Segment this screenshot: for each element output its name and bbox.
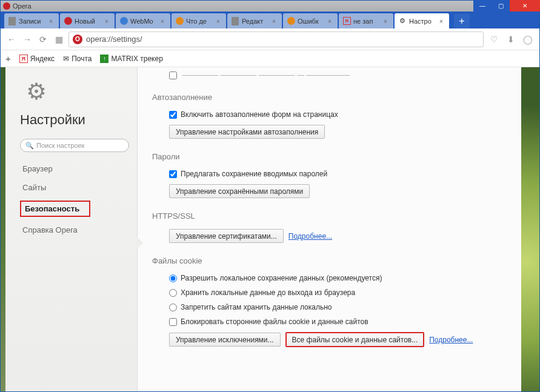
section-title: HTTPS/SSL [152, 211, 509, 221]
yandex-icon: Я [342, 17, 351, 25]
tab-item[interactable]: Ошибк× [283, 13, 338, 28]
tab-label: Что де [186, 18, 215, 25]
new-tab-button[interactable]: + [454, 14, 470, 28]
sidebar-title: Настройки [20, 112, 131, 128]
bookmark-yandex[interactable]: ЯЯндекс [19, 55, 55, 63]
opera-brand-icon: O [73, 35, 82, 44]
mail-icon: ✉ [63, 55, 69, 63]
cutoff-checkbox[interactable] [169, 71, 177, 79]
opera-logo-icon [3, 2, 10, 10]
sun-icon [287, 17, 295, 25]
tab-label: WebMo [130, 18, 159, 25]
autofill-manage-button[interactable]: Управление настройками автозаполнения [169, 125, 325, 139]
sun-icon [175, 17, 184, 25]
bookmark-matrix[interactable]: ↑MATRIX трекер [100, 55, 162, 63]
sidebar-item-sites[interactable]: Сайты [20, 182, 131, 193]
titlebar[interactable]: Opera — ▢ ✕ [1, 1, 539, 12]
sidebar-item-browser[interactable]: Браузер [20, 163, 131, 174]
sidebar-item-security[interactable]: Безопасность [20, 201, 90, 217]
tab-item[interactable]: Что де× [172, 13, 226, 28]
settings-sidebar: ⚙ Настройки 🔍 Поиск настроек Браузер Сай… [5, 67, 138, 391]
radio-label: Хранить локальные данные до выхода из бр… [181, 288, 355, 297]
radio-label: Запретить сайтам хранить данные локально [181, 303, 332, 311]
left-frame-edge [1, 67, 5, 391]
settings-main[interactable]: ————— ————— ————— — —————— Автозаполнени… [138, 67, 521, 391]
cutoff-label: ————— ————— ————— — —————— [182, 71, 350, 79]
cookies-more-link[interactable]: Подробнее... [429, 336, 473, 344]
radio-label: Разрешить локальное сохранение данных (р… [181, 274, 382, 282]
close-icon[interactable]: × [49, 18, 55, 24]
tab-label: Записи [19, 18, 47, 25]
cookies-exceptions-button[interactable]: Управление исключениями... [169, 333, 281, 347]
cookies-session-radio[interactable]: Хранить локальные данные до выхода из бр… [169, 288, 509, 297]
gear-icon: ⚙ [26, 78, 131, 105]
close-icon[interactable]: × [328, 18, 334, 24]
section-title: Пароли [152, 152, 509, 161]
checkbox-label: Блокировать сторонние файлы cookie и дан… [181, 317, 368, 326]
tab-item[interactable]: Новый× [60, 13, 115, 28]
autofill-enable-checkbox[interactable]: Включить автозаполнение форм на страница… [169, 110, 509, 119]
tab-item[interactable]: Яне зап× [339, 13, 393, 28]
cookies-block-radio[interactable]: Запретить сайтам хранить данные локально [169, 303, 509, 311]
tab-label: Ошибк [298, 18, 326, 25]
bookmark-mail[interactable]: ✉Почта [63, 55, 92, 63]
close-icon[interactable]: × [384, 18, 390, 24]
section-autofill: Автозаполнение Включить автозаполнение ф… [152, 93, 509, 139]
sidebar-item-help[interactable]: Справка Opera [20, 224, 131, 236]
bookmark-label: Почта [72, 55, 92, 63]
section-title: Автозаполнение [152, 93, 509, 102]
close-icon[interactable]: × [272, 18, 278, 24]
tab-strip: Записи× Новый× WebMo× Что де× Редакт× Ош… [1, 12, 539, 28]
yandex-icon: Я [19, 55, 28, 63]
reload-button[interactable]: ⟳ [37, 33, 49, 45]
url-box[interactable]: O opera://settings/ [68, 32, 484, 47]
tab-label: не зап [353, 18, 382, 25]
close-icon[interactable]: × [439, 18, 445, 24]
tab-item[interactable]: WebMo× [116, 13, 170, 28]
speed-dial-button[interactable]: ▦ [53, 33, 65, 45]
window-title: Opera [13, 2, 32, 10]
page-icon [231, 17, 239, 25]
cutoff-row: ————— ————— ————— — —————— [152, 71, 509, 79]
passwords-manage-button[interactable]: Управление сохранёнными паролями [169, 184, 310, 198]
opera-icon [64, 17, 72, 25]
passwords-offer-checkbox[interactable]: Предлагать сохранение вводимых паролей [169, 170, 509, 178]
maximize-button[interactable]: ▢ [492, 0, 510, 12]
tab-label: Редакт [242, 18, 270, 25]
back-button[interactable]: ← [5, 33, 18, 45]
downloads-icon[interactable]: ⬇ [504, 33, 518, 46]
sidebar-notch [137, 237, 143, 249]
bookmark-label: MATRIX трекер [111, 55, 162, 63]
bookmark-label: Яндекс [30, 55, 55, 63]
globe-icon [119, 17, 128, 25]
gear-icon: ⚙ [398, 17, 407, 25]
tab-item-active[interactable]: ⚙Настро× [395, 13, 449, 28]
cookies-block3rd-checkbox[interactable]: Блокировать сторонние файлы cookie и дан… [169, 317, 509, 326]
cookies-allow-radio[interactable]: Разрешить локальное сохранение данных (р… [169, 274, 509, 282]
tab-item[interactable]: Записи× [4, 13, 59, 28]
close-button[interactable]: ✕ [510, 0, 540, 12]
section-https: HTTPS/SSL Управление сертификатами... По… [152, 211, 509, 243]
tab-item[interactable]: Редакт× [227, 13, 282, 28]
address-bar: ← → ⟳ ▦ O opera://settings/ ♡ ⬇ ◯ [1, 28, 539, 50]
section-passwords: Пароли Предлагать сохранение вводимых па… [152, 152, 509, 198]
add-bookmark-button[interactable]: + [5, 53, 11, 64]
minimize-button[interactable]: — [473, 0, 492, 12]
https-more-link[interactable]: Подробнее... [288, 232, 332, 241]
account-icon[interactable]: ◯ [521, 33, 535, 46]
settings-search-input[interactable]: 🔍 Поиск настроек [20, 139, 129, 152]
close-icon[interactable]: × [105, 18, 111, 24]
section-cookies: Файлы cookie Разрешить локальное сохране… [152, 256, 509, 347]
search-icon: 🔍 [25, 142, 34, 150]
bookmarks-bar: + ЯЯндекс ✉Почта ↑MATRIX трекер [1, 50, 539, 67]
forward-button[interactable]: → [21, 33, 33, 45]
checkbox-label: Предлагать сохранение вводимых паролей [181, 170, 327, 178]
close-icon[interactable]: × [216, 18, 222, 24]
tab-label: Новый [75, 18, 103, 25]
tab-label: Настро [409, 18, 438, 25]
close-icon[interactable]: × [161, 18, 167, 24]
right-frame-edge [521, 67, 539, 391]
cert-manage-button[interactable]: Управление сертификатами... [169, 229, 284, 243]
cookies-all-data-button[interactable]: Все файлы cookie и данные сайтов... [285, 332, 425, 347]
bookmark-heart-icon[interactable]: ♡ [487, 33, 501, 46]
